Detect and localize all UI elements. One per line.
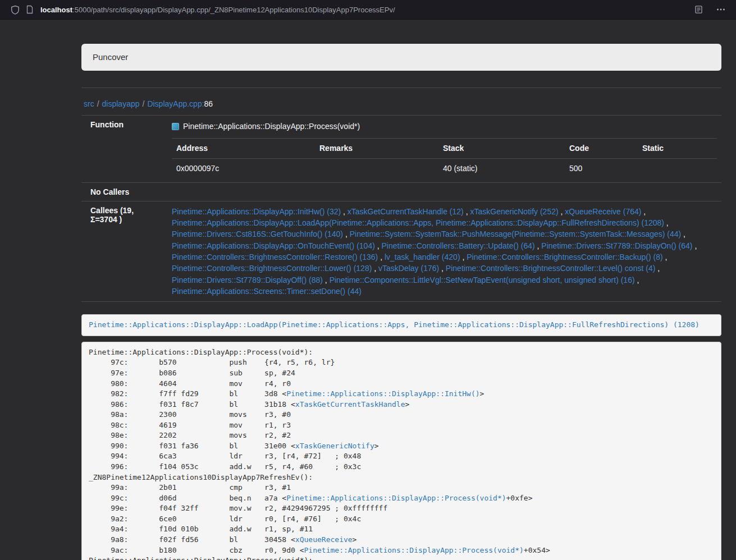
no-callers-label: No Callers <box>81 182 163 201</box>
document-icon <box>26 5 34 14</box>
url-text[interactable]: localhost:5000/path/src/displayapp/Displ… <box>40 6 685 14</box>
code-symbol-link[interactable]: Pinetime::Applications::DisplayApp::Proc… <box>304 546 524 554</box>
content-container: Puncover src/displayapp/DisplayApp.cpp:8… <box>81 44 721 560</box>
breadcrumb-src-link[interactable]: src <box>84 99 94 108</box>
breadcrumb-line-number: 86 <box>204 99 213 108</box>
details-value-row: 0x0000097c 40 (static) 500 <box>172 158 717 178</box>
callee-link[interactable]: xQueueReceive (764) <box>565 207 641 216</box>
function-details-table: Address Remarks Stack Code Static 0x0000… <box>172 138 717 178</box>
callee-link[interactable]: Pinetime::Applications::Screens::Timer::… <box>172 287 362 296</box>
callees-row: Callees (19, Σ=3704 ) Pinetime::Applicat… <box>81 201 721 301</box>
callees-label: Callees (19, Σ=3704 ) <box>81 201 163 301</box>
breadcrumb-separator: / <box>143 99 145 108</box>
shield-icon <box>11 5 20 15</box>
code-symbol-link[interactable]: xTaskGenericNotify <box>295 442 374 450</box>
tracking-shield-icon[interactable] <box>8 2 22 17</box>
details-header-row: Address Remarks Stack Code Static <box>172 139 717 158</box>
callee-link[interactable]: Pinetime::Controllers::BrightnessControl… <box>172 264 372 273</box>
stack-value: 40 (static) <box>438 158 565 178</box>
code-symbol-link[interactable]: Pinetime::Applications::DisplayApp::Init… <box>286 389 479 398</box>
browser-address-bar: localhost:5000/path/src/displayapp/Displ… <box>0 0 736 20</box>
address-value: 0x0000097c <box>172 158 315 178</box>
callee-link[interactable]: Pinetime::Drivers::St7789::DisplayOn() (… <box>541 241 692 250</box>
code-symbol-link[interactable]: Pinetime::Applications::DisplayApp::Proc… <box>286 494 506 502</box>
callee-link[interactable]: Pinetime::Controllers::BrightnessControl… <box>467 253 662 261</box>
no-callers-row: No Callers <box>81 182 721 201</box>
callee-link[interactable]: Pinetime::Components::LittleVgl::SetNewT… <box>330 276 635 284</box>
function-cell: Pinetime::Applications::DisplayApp::Proc… <box>163 116 721 183</box>
breadcrumb-displayapp-link[interactable]: displayapp <box>102 99 140 108</box>
function-name: Pinetime::Applications::DisplayApp::Proc… <box>183 121 360 132</box>
callee-link[interactable]: Pinetime::Drivers::St7789::DisplayOff() … <box>172 276 323 284</box>
static-value <box>638 158 717 178</box>
divider <box>81 88 721 88</box>
code-size-value: 500 <box>565 158 638 178</box>
callee-link[interactable]: Pinetime::Applications::DisplayApp::Load… <box>172 218 664 227</box>
menu-icon[interactable] <box>714 2 728 17</box>
column-static: Static <box>638 139 717 158</box>
callee-link[interactable]: Pinetime::Applications::DisplayApp::OnTo… <box>172 241 375 250</box>
callee-link[interactable]: Pinetime::Drivers::Cst816S::GetTouchInfo… <box>172 229 343 238</box>
callee-link[interactable]: Pinetime::Controllers::Battery::Update()… <box>382 241 535 250</box>
function-symbol-line: Pinetime::Applications::DisplayApp::Proc… <box>172 120 717 135</box>
function-row: Function Pinetime::Applications::Display… <box>81 116 721 183</box>
callee-link[interactable]: xTaskGetCurrentTaskHandle (12) <box>348 207 464 216</box>
browser-toolbar-icons <box>691 2 728 17</box>
breadcrumb-separator: / <box>97 99 99 108</box>
function-table: Function Pinetime::Applications::Display… <box>81 115 721 302</box>
column-remarks: Remarks <box>315 139 438 158</box>
highlighted-symbol-box: Pinetime::Applications::DisplayApp::Load… <box>81 314 721 336</box>
callee-link[interactable]: xTaskGenericNotify (252) <box>470 207 558 216</box>
breadcrumb: src/displayapp/DisplayApp.cpp:86 <box>84 99 721 108</box>
reader-mode-icon[interactable] <box>691 2 706 17</box>
disassembly-code: Pinetime::Applications::DisplayApp::Proc… <box>81 342 721 560</box>
remarks-value <box>315 158 438 178</box>
app-title[interactable]: Puncover <box>93 52 128 62</box>
callee-link[interactable]: Pinetime::Controllers::BrightnessControl… <box>446 264 655 273</box>
highlighted-symbol-link[interactable]: Pinetime::Applications::DisplayApp::Load… <box>89 320 700 329</box>
callee-link[interactable]: lv_task_handler (420) <box>385 253 460 261</box>
column-code: Code <box>565 139 638 158</box>
code-symbol-link[interactable]: xTaskGetCurrentTaskHandle <box>295 400 405 408</box>
callee-link[interactable]: Pinetime::System::SystemTask::PushMessag… <box>350 229 682 238</box>
function-type-icon <box>172 123 179 130</box>
column-stack: Stack <box>438 139 565 158</box>
callee-link[interactable]: Pinetime::Applications::DisplayApp::Init… <box>172 207 341 216</box>
no-callers-cell <box>163 182 721 201</box>
callee-link[interactable]: vTaskDelay (176) <box>378 264 439 273</box>
url-host: localhost <box>40 6 72 14</box>
function-row-label: Function <box>81 116 163 183</box>
breadcrumb-file-link[interactable]: DisplayApp.cpp: <box>147 99 204 108</box>
page-icon[interactable] <box>22 2 37 17</box>
app-header-panel: Puncover <box>81 44 721 71</box>
page-content: Puncover src/displayapp/DisplayApp.cpp:8… <box>0 44 736 560</box>
code-symbol-link[interactable]: xQueueReceive <box>295 535 353 544</box>
callees-list: Pinetime::Applications::DisplayApp::Init… <box>163 201 721 301</box>
url-path: :5000/path/src/displayapp/DisplayApp.cpp… <box>72 6 395 14</box>
callee-link[interactable]: Pinetime::Controllers::BrightnessControl… <box>172 253 378 261</box>
column-address: Address <box>172 139 315 158</box>
